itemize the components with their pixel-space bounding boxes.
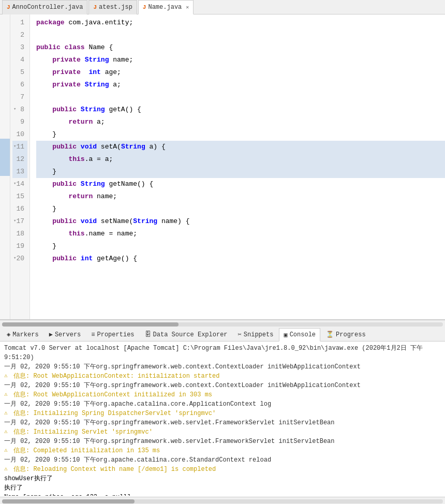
collapse-marker-17[interactable]: ▾ [13, 218, 16, 225]
margin-area [0, 14, 10, 319]
margin-line-2 [0, 27, 10, 39]
console-text-5: 一月 02, 2020 9:55:10 下午org.apache.catalin… [4, 399, 271, 409]
tab-snippets[interactable]: ✂ Snippets [233, 328, 278, 342]
console-text-4: 信息: Root WebApplicationContext initializ… [13, 390, 212, 399]
console-text-8: 信息: Initializing Servlet 'springmvc' [13, 427, 153, 437]
warn-icon-2: ⚠ [4, 390, 11, 399]
bottom-bar: ⑤亿速云 [0, 497, 445, 504]
console-text-12: 信息: Reloading Context with name [/demo1]… [13, 465, 216, 474]
snippets-label: Snippets [244, 331, 274, 338]
console-line-11: 一月 02, 2020 9:55:10 下午org.apache.catalin… [4, 455, 441, 465]
collapse-marker-14[interactable]: ▾ [13, 181, 16, 188]
tab-datasource[interactable]: 🗄 Data Source Explorer [140, 328, 232, 342]
margin-line-12 [0, 151, 10, 164]
console-text-6: 信息: Initializing Spring DispatcherServle… [13, 409, 216, 418]
margin-line-18 [0, 226, 10, 238]
warn-icon-6: ⚠ [4, 465, 11, 473]
progress-icon: ⏳ [326, 331, 334, 338]
line-num-13: 13 [12, 166, 27, 178]
code-content[interactable]: package com.java.entity; public class Na… [30, 14, 445, 319]
margin-line-3 [0, 39, 10, 52]
collapse-marker-11[interactable]: ▾ [13, 143, 16, 151]
code-line-6: private String a; [36, 79, 445, 91]
console-line-12: ⚠ 信息: Reloading Context with name [/demo… [4, 465, 441, 474]
tab-console[interactable]: ▣ Console [279, 328, 320, 342]
scrollbar-track[interactable] [2, 322, 443, 327]
console-label: Console [290, 331, 316, 338]
markers-label: Markers [12, 331, 38, 338]
tab-markers[interactable]: ◈ Markers [2, 328, 43, 342]
anno-tab-icon: J [7, 4, 10, 10]
code-line-19: } [36, 240, 445, 253]
atest-tab-icon: J [93, 4, 97, 10]
code-line-12: this.a = a; [36, 153, 445, 166]
margin-line-1 [0, 14, 10, 27]
console-scrollbar-thumb[interactable] [2, 499, 135, 503]
collapse-marker-20[interactable]: ▾ [13, 255, 16, 262]
line-num-6: 6 [12, 79, 27, 91]
code-line-16: } [36, 203, 445, 215]
code-line-3: public class Name { [36, 41, 445, 54]
margin-line-19 [0, 238, 10, 250]
console-line-1: 一月 02, 2020 9:55:10 下午org.springframewor… [4, 362, 441, 372]
tab-servers[interactable]: ▶ Servers [44, 328, 86, 342]
line-num-14: 14▾ [12, 178, 27, 190]
tab-atest[interactable]: J atest.jsp [88, 0, 137, 14]
line-num-4: 4 [12, 54, 27, 66]
datasource-icon: 🗄 [145, 331, 151, 338]
tab-progress[interactable]: ⏳ Progress [321, 328, 370, 342]
line-num-8: 8▾ [12, 103, 27, 116]
console-text-10: 信息: Completed initialization in 135 ms [13, 446, 160, 455]
console-line-9: 一月 02, 2020 9:55:10 下午org.springframewor… [4, 437, 441, 446]
code-line-10: } [36, 128, 445, 141]
tab-anno[interactable]: J AnnoController.java [2, 0, 87, 14]
console-scrollbar-track[interactable] [2, 499, 443, 503]
servers-label: Servers [55, 331, 81, 338]
tab-bar: J AnnoController.java J atest.jsp J Name… [0, 0, 445, 14]
code-line-18: this.name = name; [36, 228, 445, 240]
console-server-line: Tomcat v7.0 Server at localhost [Apache … [4, 344, 441, 362]
tab-name[interactable]: J Name.java ✕ [138, 0, 194, 14]
atest-tab-label: atest.jsp [99, 4, 132, 11]
console-line-6: ⚠ 信息: Initializing Spring DispatcherServ… [4, 409, 441, 418]
line-num-17: 17▾ [12, 215, 27, 228]
console-line-10: ⚠ 信息: Completed initialization in 135 ms [4, 446, 441, 455]
console-text-7: 一月 02, 2020 9:55:10 下午org.springframewor… [4, 418, 335, 427]
margin-line-17 [0, 213, 10, 226]
code-line-2 [36, 29, 445, 41]
warn-icon-4: ⚠ [4, 427, 11, 436]
line-num-12: 12 [12, 153, 27, 166]
name-tab-close[interactable]: ✕ [186, 4, 189, 10]
line-num-10: 10 [12, 128, 27, 141]
tab-properties[interactable]: ≡ Properties [86, 328, 139, 342]
line-num-16: 16 [12, 203, 27, 215]
code-line-8: public String getA() { [36, 103, 445, 116]
collapse-marker-8[interactable]: ▾ [13, 106, 16, 113]
code-line-7 [36, 91, 445, 103]
console-line-4: ⚠ 信息: Root WebApplicationContext initial… [4, 390, 441, 399]
margin-line-16 [0, 201, 10, 213]
console-text-15: Name [name=nihao, age=123, a=null] [4, 493, 131, 496]
console-scrollbar[interactable] [0, 497, 445, 504]
editor-scrollbar[interactable] [0, 320, 445, 328]
console-area[interactable]: Tomcat v7.0 Server at localhost [Apache … [0, 342, 445, 496]
snippets-icon: ✂ [238, 331, 242, 338]
markers-icon: ◈ [7, 331, 10, 338]
margin-line-13 [0, 164, 10, 176]
panel-tabs: ◈ Markers ▶ Servers ≡ Properties 🗄 Data … [0, 328, 445, 342]
datasource-label: Data Source Explorer [153, 331, 228, 338]
margin-line-4 [0, 52, 10, 64]
code-line-11: public void setA(String a) { [36, 141, 445, 153]
name-tab-icon: J [143, 4, 146, 10]
server-line-text: Tomcat v7.0 Server at localhost [Apache … [4, 344, 441, 362]
line-num-2: 2 [12, 29, 27, 41]
line-num-15: 15 [12, 190, 27, 203]
anno-tab-label: AnnoController.java [12, 4, 83, 11]
console-line-3: 一月 02, 2020 9:55:10 下午org.springframewor… [4, 381, 441, 390]
console-text-3: 一月 02, 2020 9:55:10 下午org.springframewor… [4, 381, 361, 390]
console-line-15: Name [name=nihao, age=123, a=null] [4, 493, 441, 496]
code-line-17: public void setName(String name) { [36, 215, 445, 228]
code-line-13: } [36, 166, 445, 178]
scrollbar-thumb[interactable] [2, 322, 179, 327]
margin-line-15 [0, 188, 10, 201]
